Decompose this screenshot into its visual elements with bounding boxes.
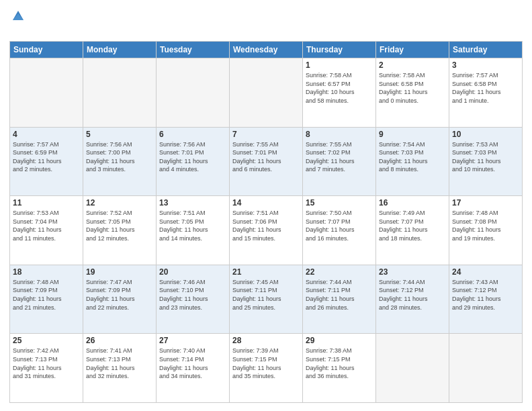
day-number: 12 [86,198,153,208]
calendar-table: SundayMondayTuesdayWednesdayThursdayFrid… [9,41,523,403]
calendar-day-header: Friday [376,42,449,58]
calendar-week-row: 25Sunrise: 7:42 AM Sunset: 7:13 PM Dayli… [10,334,523,403]
day-info: Sunrise: 7:50 AM Sunset: 7:07 PM Dayligh… [306,209,373,242]
day-number: 16 [379,198,446,208]
day-number: 4 [13,130,80,139]
day-info: Sunrise: 7:38 AM Sunset: 7:15 PM Dayligh… [306,347,373,380]
day-number: 17 [452,198,519,208]
day-number: 25 [13,336,80,345]
day-info: Sunrise: 7:58 AM Sunset: 6:58 PM Dayligh… [379,71,446,105]
day-info: Sunrise: 7:56 AM Sunset: 7:00 PM Dayligh… [86,140,153,174]
calendar-day-header: Saturday [449,42,523,58]
calendar-cell: 23Sunrise: 7:44 AM Sunset: 7:12 PM Dayli… [376,265,449,334]
day-info: Sunrise: 7:57 AM Sunset: 6:58 PM Dayligh… [452,71,519,105]
day-info: Sunrise: 7:51 AM Sunset: 7:06 PM Dayligh… [232,209,300,242]
day-info: Sunrise: 7:39 AM Sunset: 7:15 PM Dayligh… [232,347,300,380]
day-info: Sunrise: 7:44 AM Sunset: 7:12 PM Dayligh… [379,278,446,312]
day-number: 28 [232,336,300,345]
day-info: Sunrise: 7:44 AM Sunset: 7:11 PM Dayligh… [306,278,373,312]
calendar-cell: 7Sunrise: 7:55 AM Sunset: 7:01 PM Daylig… [230,127,303,196]
calendar-cell: 18Sunrise: 7:48 AM Sunset: 7:09 PM Dayli… [10,265,83,334]
calendar-day-header: Tuesday [157,42,230,58]
day-info: Sunrise: 7:56 AM Sunset: 7:01 PM Dayligh… [159,140,226,174]
calendar-cell: 10Sunrise: 7:53 AM Sunset: 7:03 PM Dayli… [449,127,523,196]
logo [9,8,26,36]
calendar-cell: 13Sunrise: 7:51 AM Sunset: 7:05 PM Dayli… [157,196,230,265]
day-info: Sunrise: 7:48 AM Sunset: 7:08 PM Dayligh… [452,209,519,242]
calendar-cell: 22Sunrise: 7:44 AM Sunset: 7:11 PM Dayli… [303,265,376,334]
calendar-day-header: Sunday [10,42,83,58]
calendar-cell: 11Sunrise: 7:53 AM Sunset: 7:04 PM Dayli… [10,196,83,265]
calendar-cell: 16Sunrise: 7:49 AM Sunset: 7:07 PM Dayli… [376,196,449,265]
logo-icon [11,8,26,23]
calendar-cell [230,58,303,128]
day-info: Sunrise: 7:57 AM Sunset: 6:59 PM Dayligh… [13,140,80,174]
calendar-cell: 3Sunrise: 7:57 AM Sunset: 6:58 PM Daylig… [449,58,523,128]
calendar-cell: 2Sunrise: 7:58 AM Sunset: 6:58 PM Daylig… [376,58,449,128]
day-number: 15 [306,198,373,208]
day-number: 2 [379,60,446,70]
calendar-cell: 8Sunrise: 7:55 AM Sunset: 7:02 PM Daylig… [303,127,376,196]
day-number: 11 [13,198,80,208]
calendar-cell [83,58,157,128]
day-info: Sunrise: 7:53 AM Sunset: 7:03 PM Dayligh… [452,140,519,174]
calendar-cell: 26Sunrise: 7:41 AM Sunset: 7:13 PM Dayli… [83,334,157,403]
day-info: Sunrise: 7:55 AM Sunset: 7:01 PM Dayligh… [232,140,300,174]
header [9,8,523,36]
day-number: 21 [232,267,300,277]
calendar-cell: 5Sunrise: 7:56 AM Sunset: 7:00 PM Daylig… [83,127,157,196]
calendar-cell [376,334,449,403]
calendar-cell: 12Sunrise: 7:52 AM Sunset: 7:05 PM Dayli… [83,196,157,265]
day-number: 29 [306,336,373,345]
day-number: 20 [159,267,226,277]
day-number: 9 [379,130,446,139]
day-info: Sunrise: 7:42 AM Sunset: 7:13 PM Dayligh… [13,347,80,380]
calendar-cell [157,58,230,128]
day-number: 13 [159,198,226,208]
day-number: 6 [159,130,226,139]
day-number: 5 [86,130,153,139]
day-number: 23 [379,267,446,277]
day-number: 8 [306,130,373,139]
day-info: Sunrise: 7:47 AM Sunset: 7:09 PM Dayligh… [86,278,153,312]
day-number: 14 [232,198,300,208]
day-info: Sunrise: 7:41 AM Sunset: 7:13 PM Dayligh… [86,347,153,380]
day-info: Sunrise: 7:45 AM Sunset: 7:11 PM Dayligh… [232,278,300,312]
day-number: 10 [452,130,519,139]
page: SundayMondayTuesdayWednesdayThursdayFrid… [0,0,532,411]
calendar-cell: 17Sunrise: 7:48 AM Sunset: 7:08 PM Dayli… [449,196,523,265]
calendar-cell: 4Sunrise: 7:57 AM Sunset: 6:59 PM Daylig… [10,127,83,196]
calendar-cell: 19Sunrise: 7:47 AM Sunset: 7:09 PM Dayli… [83,265,157,334]
calendar-cell: 24Sunrise: 7:43 AM Sunset: 7:12 PM Dayli… [449,265,523,334]
calendar-cell [10,58,83,128]
calendar-week-row: 18Sunrise: 7:48 AM Sunset: 7:09 PM Dayli… [10,265,523,334]
calendar-cell: 29Sunrise: 7:38 AM Sunset: 7:15 PM Dayli… [303,334,376,403]
calendar-cell [449,334,523,403]
svg-marker-1 [13,13,24,20]
day-number: 22 [306,267,373,277]
day-number: 27 [159,336,226,345]
day-info: Sunrise: 7:54 AM Sunset: 7:03 PM Dayligh… [379,140,446,174]
calendar-cell: 14Sunrise: 7:51 AM Sunset: 7:06 PM Dayli… [230,196,303,265]
calendar-cell: 21Sunrise: 7:45 AM Sunset: 7:11 PM Dayli… [230,265,303,334]
calendar-cell: 6Sunrise: 7:56 AM Sunset: 7:01 PM Daylig… [157,127,230,196]
calendar-cell: 20Sunrise: 7:46 AM Sunset: 7:10 PM Dayli… [157,265,230,334]
calendar-cell: 27Sunrise: 7:40 AM Sunset: 7:14 PM Dayli… [157,334,230,403]
day-info: Sunrise: 7:52 AM Sunset: 7:05 PM Dayligh… [86,209,153,242]
calendar-cell: 28Sunrise: 7:39 AM Sunset: 7:15 PM Dayli… [230,334,303,403]
day-info: Sunrise: 7:51 AM Sunset: 7:05 PM Dayligh… [159,209,226,242]
calendar-week-row: 11Sunrise: 7:53 AM Sunset: 7:04 PM Dayli… [10,196,523,265]
day-info: Sunrise: 7:48 AM Sunset: 7:09 PM Dayligh… [13,278,80,312]
day-info: Sunrise: 7:43 AM Sunset: 7:12 PM Dayligh… [452,278,519,312]
day-info: Sunrise: 7:40 AM Sunset: 7:14 PM Dayligh… [159,347,226,380]
day-number: 26 [86,336,153,345]
calendar-day-header: Thursday [303,42,376,58]
day-info: Sunrise: 7:46 AM Sunset: 7:10 PM Dayligh… [159,278,226,312]
calendar-cell: 15Sunrise: 7:50 AM Sunset: 7:07 PM Dayli… [303,196,376,265]
day-number: 24 [452,267,519,277]
calendar-header-row: SundayMondayTuesdayWednesdayThursdayFrid… [10,42,523,58]
day-number: 18 [13,267,80,277]
day-number: 19 [86,267,153,277]
calendar-day-header: Wednesday [230,42,303,58]
day-info: Sunrise: 7:49 AM Sunset: 7:07 PM Dayligh… [379,209,446,242]
